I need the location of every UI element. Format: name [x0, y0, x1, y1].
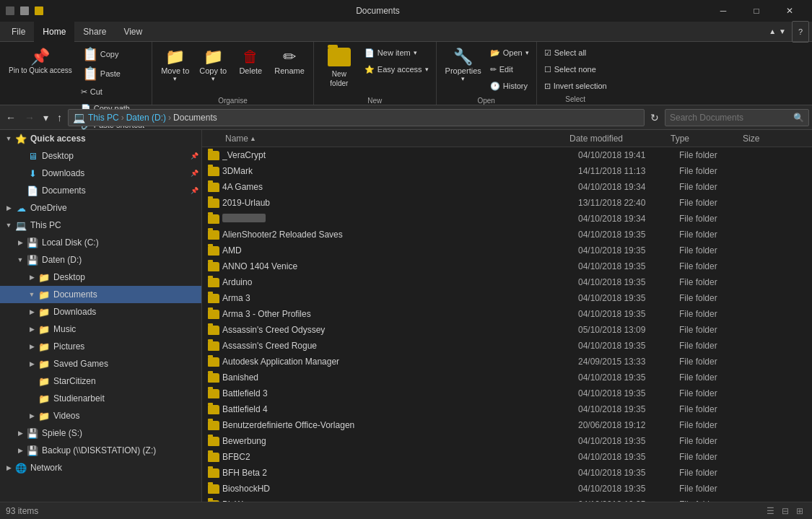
table-row[interactable]: Autodesk Application Manager24/09/2015 1…: [202, 354, 812, 370]
table-row[interactable]: Banished04/10/2018 19:35File folder: [202, 370, 812, 385]
properties-button[interactable]: 🔧 Properties ▾: [441, 45, 486, 95]
tree-toggle[interactable]: ▶: [26, 306, 38, 318]
copy-to-button[interactable]: 📁 Copy to ▾: [195, 45, 231, 95]
back-button[interactable]: ←: [3, 109, 19, 126]
sidebar-item[interactable]: 📁StarCitizen: [0, 372, 201, 390]
view-large-button[interactable]: ⊞: [793, 505, 806, 518]
table-row[interactable]: BioshockHD04/10/2018 19:35File folder: [202, 481, 812, 497]
sidebar-item[interactable]: ▶💾Local Disk (C:): [0, 234, 201, 251]
tree-toggle[interactable]: ▶: [26, 341, 38, 352]
rename-button[interactable]: ✏ Rename: [270, 45, 309, 95]
sidebar-item[interactable]: ▶💾Spiele (S:): [0, 424, 201, 442]
forward-button[interactable]: →: [22, 109, 38, 126]
tab-share[interactable]: Share: [74, 22, 115, 42]
sidebar-item[interactable]: ▼📁Documents: [0, 286, 201, 303]
tab-view[interactable]: View: [115, 22, 151, 42]
close-button[interactable]: ✕: [773, 0, 806, 22]
table-row[interactable]: Assassin's Creed Rogue04/10/2018 19:35Fi…: [202, 338, 812, 354]
select-none-button[interactable]: ☐ Select none: [541, 61, 610, 77]
new-folder-button[interactable]: New folder: [318, 45, 360, 95]
view-list-button[interactable]: ☰: [764, 505, 777, 518]
tree-toggle[interactable]: ▼: [3, 219, 14, 231]
tree-toggle[interactable]: ▶: [14, 237, 26, 248]
table-row[interactable]: Benutzerdefinierte Office-Vorlagen20/06/…: [202, 417, 812, 433]
sidebar-item[interactable]: ⬇Downloads📌: [0, 165, 201, 182]
col-header-type[interactable]: Type: [668, 134, 740, 144]
table-row[interactable]: AMD04/10/2018 19:35File folder: [202, 243, 812, 258]
view-detail-button[interactable]: ⊟: [779, 505, 792, 518]
recent-locations-button[interactable]: ▾: [40, 109, 51, 126]
tree-toggle[interactable]: ▶: [26, 323, 38, 335]
table-row[interactable]: BFBC204/10/2018 19:35File folder: [202, 449, 812, 465]
help-button[interactable]: ?: [792, 21, 809, 43]
tree-toggle[interactable]: ▶: [3, 202, 14, 214]
sidebar-item[interactable]: ▼⭐Quick access: [0, 130, 201, 147]
select-all-button[interactable]: ☑ Select all: [541, 45, 610, 61]
table-row[interactable]: Assassin's Creed Odyssey05/10/2018 13:09…: [202, 322, 812, 338]
title-controls[interactable]: ─ □ ✕: [707, 0, 806, 22]
sidebar-item[interactable]: ▶📁Music: [0, 320, 201, 338]
tab-file[interactable]: File: [3, 22, 34, 42]
table-row[interactable]: ANNO 1404 Venice04/10/2018 19:35File fol…: [202, 258, 812, 274]
edit-button[interactable]: ✏ Edit: [487, 61, 532, 77]
breadcrumb-daten[interactable]: Daten (D:): [126, 113, 166, 123]
minimize-button[interactable]: ─: [707, 0, 740, 22]
sidebar-item[interactable]: ▶📁Desktop: [0, 269, 201, 286]
ribbon-down-arrow[interactable]: ▼: [779, 21, 786, 43]
table-row[interactable]: Arduino04/10/2018 19:35File folder: [202, 274, 812, 290]
sidebar-item[interactable]: ▼💾Daten (D:): [0, 251, 201, 269]
copy-button[interactable]: 📋 Copy: [78, 45, 147, 64]
sidebar-item[interactable]: 📁Studienarbeit: [0, 390, 201, 407]
delete-button[interactable]: 🗑 Delete: [232, 45, 269, 95]
view-mode-controls[interactable]: ☰ ⊟ ⊞: [764, 505, 806, 518]
tree-toggle[interactable]: ▶: [14, 427, 26, 439]
move-to-button[interactable]: 📁 Move to ▾: [157, 45, 193, 95]
table-row[interactable]: 04/10/2018 19:34File folder: [202, 211, 812, 227]
table-row[interactable]: AlienShooter2 Reloaded Saves04/10/2018 1…: [202, 227, 812, 243]
col-header-size[interactable]: Size: [740, 134, 798, 144]
tree-toggle[interactable]: ▶: [14, 445, 26, 456]
table-row[interactable]: _VeraCrypt04/10/2018 19:41File folder: [202, 147, 812, 163]
tree-toggle[interactable]: ▶: [3, 462, 14, 474]
table-row[interactable]: 2019-Urlaub13/11/2018 22:40File folder: [202, 195, 812, 211]
tab-home[interactable]: Home: [34, 22, 74, 42]
sidebar-item[interactable]: ▶📁Videos: [0, 407, 201, 424]
refresh-button[interactable]: ↻: [647, 109, 662, 126]
sidebar-item[interactable]: 📄Documents📌: [0, 182, 201, 199]
cut-button[interactable]: ✂ Cut: [78, 84, 147, 100]
sidebar-item[interactable]: ▶☁OneDrive: [0, 199, 201, 217]
tree-toggle[interactable]: ▼: [3, 133, 14, 144]
search-input[interactable]: [670, 113, 793, 123]
col-header-date[interactable]: Date modified: [567, 134, 668, 144]
table-row[interactable]: Battlefield 304/10/2018 19:35File folder: [202, 385, 812, 401]
tree-toggle[interactable]: ▼: [26, 289, 38, 300]
table-row[interactable]: 3DMark14/11/2018 11:13File folder: [202, 163, 812, 179]
history-button[interactable]: 🕐 History: [487, 78, 532, 94]
paste-button[interactable]: 📋 Paste: [78, 64, 147, 83]
open-button[interactable]: 📂 Open ▾: [487, 45, 532, 61]
up-button[interactable]: ↑: [54, 109, 65, 126]
tree-toggle[interactable]: ▶: [26, 271, 38, 283]
ribbon-collapse-controls[interactable]: ▲ ▼ ?: [769, 21, 809, 43]
table-row[interactable]: BioWare04/10/2018 19:35File folder: [202, 497, 812, 502]
table-row[interactable]: Arma 3 - Other Profiles04/10/2018 19:35F…: [202, 306, 812, 322]
sidebar-item[interactable]: ▶💾Backup (\\DISKSTATION) (Z:): [0, 442, 201, 459]
tree-toggle[interactable]: ▶: [26, 410, 38, 422]
sidebar-item[interactable]: 🖥Desktop📌: [0, 147, 201, 165]
sidebar-item[interactable]: ▶🌐Network: [0, 459, 201, 476]
tree-toggle[interactable]: ▶: [26, 358, 38, 370]
table-row[interactable]: Battlefield 404/10/2018 19:35File folder: [202, 401, 812, 417]
invert-selection-button[interactable]: ⊡ Invert selection: [541, 78, 610, 94]
breadcrumb-thispc-label[interactable]: This PC: [88, 113, 119, 123]
sidebar-item[interactable]: ▶📁Saved Games: [0, 355, 201, 372]
new-item-button[interactable]: 📄 New item ▾: [362, 45, 432, 61]
search-box[interactable]: 🔍: [665, 109, 809, 126]
ribbon-up-arrow[interactable]: ▲: [769, 21, 776, 43]
pin-to-quick-access-button[interactable]: 📌 Pin to Quick access: [4, 45, 77, 95]
table-row[interactable]: Arma 304/10/2018 19:35File folder: [202, 290, 812, 306]
table-row[interactable]: 4A Games04/10/2018 19:34File folder: [202, 179, 812, 195]
breadcrumb[interactable]: 💻 This PC › Daten (D:) › Documents: [68, 109, 645, 126]
easy-access-button[interactable]: ⭐ Easy access ▾: [362, 61, 432, 77]
col-header-name[interactable]: Name ▲: [222, 134, 567, 144]
table-row[interactable]: BFH Beta 204/10/2018 19:35File folder: [202, 465, 812, 481]
